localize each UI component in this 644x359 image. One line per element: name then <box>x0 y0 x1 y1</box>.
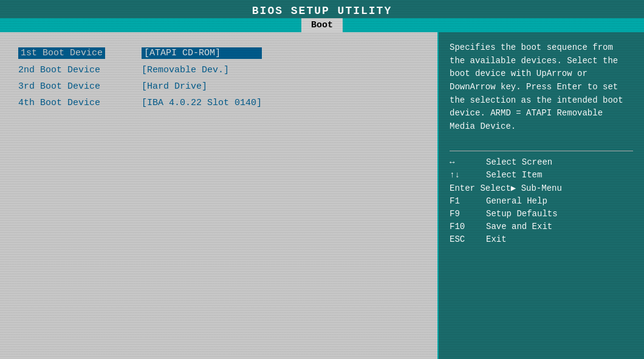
key-f10-desc: Save and Exit <box>486 222 552 231</box>
value-1st-boot[interactable]: [ATAPI CD-ROM] <box>142 47 262 59</box>
left-panel: 1st Boot Device 2nd Boot Device 3rd Boot… <box>0 32 437 359</box>
key-f1-desc: General Help <box>486 196 547 206</box>
key-f9-desc: Setup Defaults <box>486 209 558 219</box>
key-f1-label: F1 <box>450 196 486 206</box>
key-esc-label: ESC <box>450 234 486 244</box>
values-column: [ATAPI CD-ROM] [Removable Dev.] [Hard Dr… <box>142 44 262 347</box>
help-text: Specifies the boot sequence from the ava… <box>450 41 633 134</box>
key-list: ↔ Select Screen ↑↓ Select Item Enter Sel… <box>450 157 633 244</box>
tab-bar: Boot <box>0 18 644 32</box>
value-3rd-boot[interactable]: [Hard Drive] <box>142 81 262 92</box>
key-arrows-desc: Select Screen <box>486 157 552 167</box>
key-row-f10: F10 Save and Exit <box>450 222 633 231</box>
key-enter-label: Enter Select <box>450 183 511 193</box>
key-enter-desc: ▶ Sub-Menu <box>511 183 562 193</box>
divider <box>450 151 633 151</box>
tab-boot[interactable]: Boot <box>301 18 343 32</box>
labels-column: 1st Boot Device 2nd Boot Device 3rd Boot… <box>18 44 105 347</box>
label-2nd-boot[interactable]: 2nd Boot Device <box>18 65 105 75</box>
key-arrows-label: ↔ <box>450 157 486 167</box>
key-f10-label: F10 <box>450 222 486 231</box>
right-panel: Specifies the boot sequence from the ava… <box>437 32 644 359</box>
key-esc-desc: Exit <box>486 234 507 244</box>
key-f9-label: F9 <box>450 209 486 219</box>
content-area: 1st Boot Device 2nd Boot Device 3rd Boot… <box>0 32 644 359</box>
key-row-esc: ESC Exit <box>450 234 633 244</box>
key-row-arrows: ↔ Select Screen <box>450 157 633 167</box>
key-ud-desc: Select Item <box>486 170 542 180</box>
key-ud-label: ↑↓ <box>450 170 486 180</box>
label-1st-boot[interactable]: 1st Boot Device <box>18 47 105 59</box>
value-4th-boot[interactable]: [IBA 4.0.22 Slot 0140] <box>142 98 262 108</box>
bios-screen: BIOS SETUP UTILITY Boot 1st Boot Device … <box>0 0 644 359</box>
value-2nd-boot[interactable]: [Removable Dev.] <box>142 65 262 75</box>
bios-title: BIOS SETUP UTILITY <box>252 5 392 17</box>
key-row-ud: ↑↓ Select Item <box>450 170 633 180</box>
label-3rd-boot[interactable]: 3rd Boot Device <box>18 81 105 92</box>
key-row-enter: Enter Select ▶ Sub-Menu <box>450 183 633 193</box>
title-bar: BIOS SETUP UTILITY <box>0 0 644 18</box>
key-row-f1: F1 General Help <box>450 196 633 206</box>
label-4th-boot[interactable]: 4th Boot Device <box>18 98 105 108</box>
key-row-f9: F9 Setup Defaults <box>450 209 633 219</box>
